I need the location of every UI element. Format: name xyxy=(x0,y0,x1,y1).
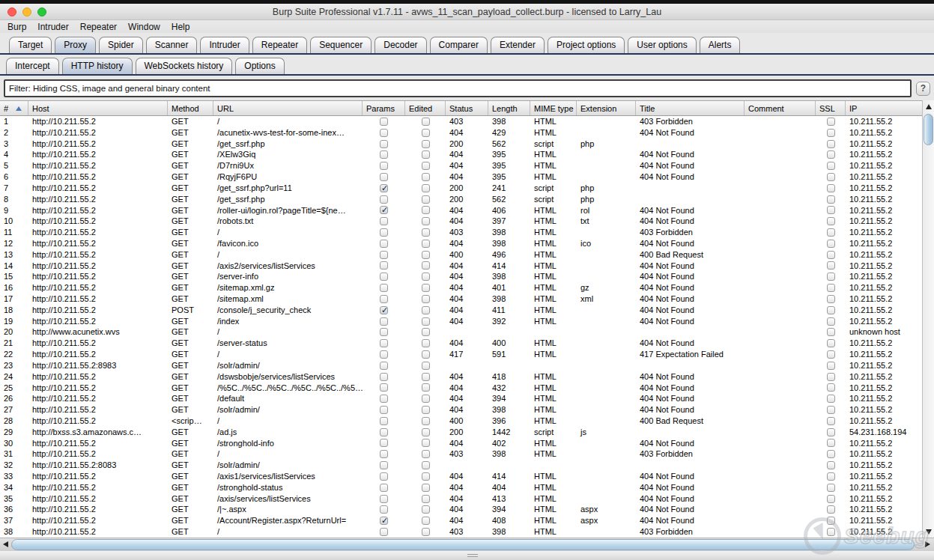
vertical-scrollbar[interactable] xyxy=(922,100,934,538)
cell-mime: HTML xyxy=(530,227,577,238)
table-row[interactable]: 10http://10.211.55.2GET/robots.txt404397… xyxy=(0,216,922,227)
table-row[interactable]: 7http://10.211.55.2GET/get_ssrf.php?url=… xyxy=(0,183,922,194)
table-row[interactable]: 15http://10.211.55.2GET/server-info40439… xyxy=(0,271,922,282)
tab-extender[interactable]: Extender xyxy=(491,37,545,53)
table-row[interactable]: 2http://10.211.55.2GET/acunetix-wvs-test… xyxy=(0,127,922,139)
table-row[interactable]: 1http://10.211.55.2GET/403398HTML403 For… xyxy=(0,116,922,127)
column-header-host[interactable]: Host xyxy=(28,101,168,115)
table-row[interactable]: 32http://10.211.55.2:8083GET/solr/admin/… xyxy=(0,460,922,471)
table-row[interactable]: 18http://10.211.55.2POST/console/j_secur… xyxy=(0,305,922,316)
subtab-options[interactable]: Options xyxy=(235,58,284,74)
column-header-title[interactable]: Title xyxy=(636,101,745,115)
column-header-method[interactable]: Method xyxy=(168,101,213,115)
table-row[interactable]: 14http://10.211.55.2GET/axis2/services/l… xyxy=(0,261,922,272)
cell-host: http://10.211.55.2 xyxy=(28,171,168,183)
tab-alerts[interactable]: Alerts xyxy=(700,37,741,53)
menu-burp[interactable]: Burp xyxy=(7,22,26,32)
table-row[interactable]: 19http://10.211.55.2GET/index404392HTML4… xyxy=(0,316,922,327)
tab-comparer[interactable]: Comparer xyxy=(430,37,488,53)
table-row[interactable]: 21http://10.211.55.2GET/server-status404… xyxy=(0,338,922,349)
table-row[interactable]: 20http://www.acunetix.wvsGET/unknown hos… xyxy=(0,326,922,338)
vertical-scrollbar-thumb[interactable] xyxy=(924,114,933,145)
tab-scanner[interactable]: Scanner xyxy=(146,37,198,53)
tab-target[interactable]: Target xyxy=(9,37,52,53)
table-row[interactable]: 9http://10.211.55.2GET/roller-ui/login.r… xyxy=(0,205,922,216)
table-row[interactable]: 16http://10.211.55.2GET/sitemap.xml.gz40… xyxy=(0,282,922,293)
table-row[interactable]: 27http://10.211.55.2GET/solr/admin/40439… xyxy=(0,404,922,416)
minimize-button[interactable] xyxy=(22,7,31,16)
menu-help[interactable]: Help xyxy=(172,22,190,32)
tab-sequencer[interactable]: Sequencer xyxy=(310,37,372,53)
cell-edited xyxy=(405,194,446,205)
tab-proxy[interactable]: Proxy xyxy=(55,37,96,53)
column-header-comment[interactable]: Comment xyxy=(745,101,816,115)
column-header-params[interactable]: Params xyxy=(363,101,405,115)
table-row[interactable]: 23http://10.211.55.2:8983GET/solr/admin/… xyxy=(0,360,922,371)
menu-repeater[interactable]: Repeater xyxy=(80,22,117,32)
tab-project-options[interactable]: Project options xyxy=(548,37,625,53)
scroll-left-icon[interactable] xyxy=(3,541,8,547)
table-row[interactable]: 33http://10.211.55.2GET/axis1/services/l… xyxy=(0,471,922,482)
zoom-button[interactable] xyxy=(37,7,46,16)
column-header-num[interactable]: # xyxy=(0,101,28,115)
table-row[interactable]: 25http://10.211.55.2GET/%5C../%5C../%5C.… xyxy=(0,383,922,394)
tab-decoder[interactable]: Decoder xyxy=(374,37,426,53)
help-button[interactable]: ? xyxy=(916,82,930,96)
cell-status: 200 xyxy=(446,194,488,205)
column-header-edited[interactable]: Edited xyxy=(405,101,446,115)
table-row[interactable]: 29http://bxss.s3.amazonaws.c…GET/ad.js20… xyxy=(0,427,922,438)
menu-window[interactable]: Window xyxy=(128,22,160,32)
column-header-status[interactable]: Status xyxy=(446,101,488,115)
column-header-ext[interactable]: Extension xyxy=(577,101,636,115)
table-row[interactable]: 3http://10.211.55.2GET/get_ssrf.php20056… xyxy=(0,139,922,150)
column-header-length[interactable]: Length xyxy=(488,101,530,115)
table-row[interactable]: 36http://10.211.55.2GET/|~.aspx404394HTM… xyxy=(0,504,922,515)
table-row[interactable]: 5http://10.211.55.2GET/D7rni9Ux404395HTM… xyxy=(0,160,922,171)
tab-spider[interactable]: Spider xyxy=(99,37,143,53)
scroll-up-icon[interactable] xyxy=(926,104,932,109)
cell-comment xyxy=(745,383,816,394)
table-row[interactable]: 6http://10.211.55.2GET/RqyjF6PU404395HTM… xyxy=(0,171,922,183)
table-row[interactable]: 22http://10.211.55.2GET/417591HTML417 Ex… xyxy=(0,349,922,360)
subtab-intercept[interactable]: Intercept xyxy=(6,58,59,74)
column-header-mime[interactable]: MIME type xyxy=(530,101,577,115)
column-header-ip[interactable]: IP xyxy=(846,101,922,115)
horizontal-scrollbar[interactable] xyxy=(0,538,934,551)
table-row[interactable]: 35http://10.211.55.2GET/axis/services/li… xyxy=(0,493,922,505)
table-row[interactable]: 17http://10.211.55.2GET/sitemap.xml40439… xyxy=(0,293,922,305)
tab-repeater[interactable]: Repeater xyxy=(252,37,307,53)
table-row[interactable]: 26http://10.211.55.2GET/default404394HTM… xyxy=(0,393,922,404)
params-checkbox xyxy=(380,317,388,326)
subtab-websockets-history[interactable]: WebSockets history xyxy=(136,58,233,74)
cell-edited xyxy=(405,383,446,394)
table-row[interactable]: 34http://10.211.55.2GET/stronghold-statu… xyxy=(0,482,922,493)
tab-intruder[interactable]: Intruder xyxy=(200,37,249,53)
cell-ext xyxy=(577,305,636,316)
column-header-ssl[interactable]: SSL xyxy=(816,101,846,115)
table-row[interactable]: 4http://10.211.55.2GET/XElw3Giq404395HTM… xyxy=(0,149,922,160)
tab-user-options[interactable]: User options xyxy=(628,37,696,53)
close-button[interactable] xyxy=(7,7,16,16)
table-row[interactable]: 11http://10.211.55.2GET/403398HTML403 Fo… xyxy=(0,227,922,238)
table-row[interactable]: 31http://10.211.55.2GET/403398HTML403 Fo… xyxy=(0,448,922,460)
column-header-url[interactable]: URL xyxy=(213,101,363,115)
params-checkbox xyxy=(380,461,388,469)
table-row[interactable]: 24http://10.211.55.2GET/dswsbobje/servic… xyxy=(0,371,922,383)
menu-intruder[interactable]: Intruder xyxy=(37,22,68,32)
table-row[interactable]: 38http://10.211.55.2GET/403398HTML403 Fo… xyxy=(0,526,922,538)
cell-method: GET xyxy=(168,326,213,338)
params-checkbox xyxy=(380,495,388,503)
table-row[interactable]: 8http://10.211.55.2GET/get_ssrf.php20056… xyxy=(0,194,922,205)
filter-bar[interactable]: Filter: Hiding CSS, image and general bi… xyxy=(4,79,912,97)
table-row[interactable]: 30http://10.211.55.2GET/stronghold-info4… xyxy=(0,438,922,449)
table-row[interactable]: 13http://10.211.55.2GET/400496HTML400 Ba… xyxy=(0,249,922,261)
horizontal-scrollbar-thumb[interactable] xyxy=(11,539,915,550)
scroll-down-icon[interactable] xyxy=(926,529,932,535)
subtab-http-history[interactable]: HTTP history xyxy=(62,58,133,74)
scroll-right-icon[interactable] xyxy=(925,541,930,547)
table-row[interactable]: 12http://10.211.55.2GET/favicon.ico40439… xyxy=(0,238,922,249)
splitter-grip[interactable] xyxy=(467,554,478,557)
table-row[interactable]: 37http://10.211.55.2GET/Account/Register… xyxy=(0,515,922,526)
cell-params xyxy=(363,393,405,404)
table-row[interactable]: 28http://10.211.55.2<scrip…/400396HTML40… xyxy=(0,416,922,427)
